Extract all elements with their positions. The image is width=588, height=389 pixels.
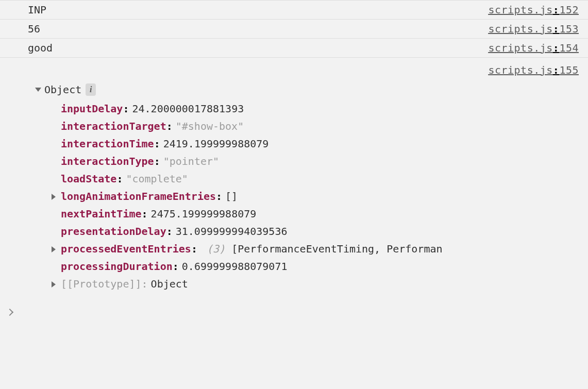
- prop-inputDelay[interactable]: inputDelay: 24.200000017881393: [54, 100, 588, 117]
- chevron-right-icon[interactable]: [54, 243, 61, 255]
- prop-interactionTarget[interactable]: interactionTarget: "#show-box": [54, 117, 588, 135]
- info-badge-icon[interactable]: i: [86, 83, 96, 96]
- prop-processingDuration[interactable]: processingDuration: 0.699999988079071: [54, 258, 588, 275]
- prop-processedEventEntries[interactable]: processedEventEntries: (3) [PerformanceE…: [54, 240, 588, 258]
- console-input-prompt[interactable]: [0, 301, 588, 322]
- prop-interactionType[interactable]: interactionType: "pointer": [54, 153, 588, 170]
- source-link[interactable]: scripts.js:152: [488, 4, 579, 16]
- prop-loadState[interactable]: loadState: "complete": [54, 170, 588, 188]
- object-root[interactable]: Object i: [36, 81, 588, 100]
- log-row: 56 scripts.js:153: [0, 20, 588, 39]
- object-tree: Object i inputDelay: 24.200000017881393 …: [28, 79, 588, 298]
- log-message: good: [28, 42, 53, 54]
- log-row: good scripts.js:154: [0, 39, 588, 58]
- source-link[interactable]: scripts.js:155: [488, 64, 579, 76]
- prop-interactionTime[interactable]: interactionTime: 2419.199999988079: [54, 135, 588, 153]
- prop-presentationDelay[interactable]: presentationDelay: 31.099999994039536: [54, 223, 588, 240]
- source-link[interactable]: scripts.js:154: [488, 42, 579, 54]
- chevron-right-icon[interactable]: [54, 278, 61, 290]
- prop-prototype[interactable]: [[Prototype]]: Object: [54, 275, 588, 293]
- chevron-right-icon: [6, 309, 13, 316]
- prop-longAnimationFrameEntries[interactable]: longAnimationFrameEntries: []: [54, 188, 588, 205]
- chevron-down-icon[interactable]: [35, 88, 41, 92]
- source-link[interactable]: scripts.js:153: [488, 23, 579, 35]
- log-message: 56: [28, 23, 40, 35]
- log-row-object: scripts.js:155 Object i inputDelay: 24.2…: [0, 58, 588, 301]
- console-output: INP scripts.js:152 56 scripts.js:153 goo…: [0, 0, 588, 322]
- object-source-line: scripts.js:155: [28, 61, 588, 79]
- log-message: INP: [28, 4, 46, 16]
- log-row: INP scripts.js:152: [0, 0, 588, 20]
- object-label: Object: [44, 83, 81, 96]
- prop-nextPaintTime[interactable]: nextPaintTime: 2475.199999988079: [54, 205, 588, 223]
- chevron-right-icon[interactable]: [54, 190, 61, 202]
- object-properties: inputDelay: 24.200000017881393 interacti…: [36, 100, 588, 293]
